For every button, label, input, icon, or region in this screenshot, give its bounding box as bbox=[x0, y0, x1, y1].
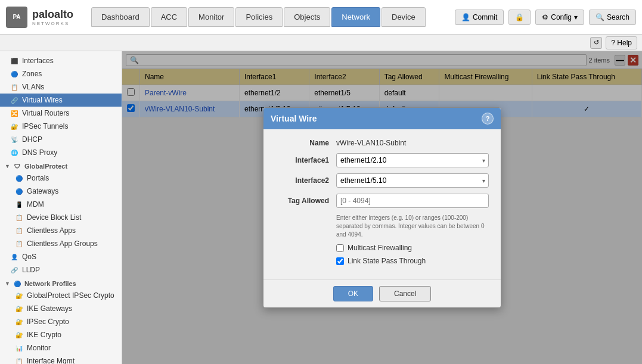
sidebar-item-ike-gateways[interactable]: 🔐 IKE Gateways bbox=[0, 302, 122, 315]
mdm-icon: 📱 bbox=[14, 200, 24, 209]
right-toolbar: 👤 Commit 🔒 ⚙ Config ▾ 🔍 Search bbox=[455, 10, 636, 25]
sidebar-item-virtual-routers[interactable]: 🔀 Virtual Routers bbox=[0, 107, 122, 120]
virtual-wire-modal: Virtual Wire ? Name vWire-VLAN10-Subint … bbox=[263, 107, 501, 308]
refresh-icon[interactable]: ↺ bbox=[590, 37, 602, 49]
second-toolbar: ↺ ? Help bbox=[0, 35, 642, 51]
modal-footer: OK Cancel bbox=[263, 279, 501, 307]
sidebar-item-qos[interactable]: 👤 QoS bbox=[0, 250, 122, 263]
help-button[interactable]: ? Help bbox=[606, 36, 637, 49]
sidebar-item-label: DHCP bbox=[22, 135, 42, 144]
tab-network[interactable]: Network bbox=[331, 7, 380, 27]
sidebar-item-dns-proxy[interactable]: 🌐 DNS Proxy bbox=[0, 146, 122, 159]
config-button[interactable]: ⚙ Config ▾ bbox=[535, 10, 584, 25]
lock-button[interactable]: 🔒 bbox=[508, 10, 531, 25]
sidebar-item-zones[interactable]: 🔵 Zones bbox=[0, 67, 122, 80]
sidebar-item-label: IKE Gateways bbox=[27, 304, 72, 313]
ike-crypto-icon: 🔐 bbox=[14, 331, 24, 339]
commit-icon: 👤 bbox=[461, 13, 470, 21]
sidebar-item-lldp[interactable]: 🔗 LLDP bbox=[0, 263, 122, 276]
sidebar-item-label: GlobalProtect bbox=[24, 163, 67, 170]
cancel-button[interactable]: Cancel bbox=[379, 286, 431, 301]
interface1-row: Interface1 ethernet1/2.10 ▾ bbox=[275, 153, 489, 167]
ipsec-icon: 🔐 bbox=[10, 122, 19, 130]
tab-monitor[interactable]: Monitor bbox=[188, 7, 234, 27]
vlans-icon: 📋 bbox=[10, 83, 19, 91]
interface1-select[interactable]: ethernet1/2.10 bbox=[336, 153, 489, 167]
content-area: 🔍 2 items — ✕ Name Interface1 Interface2… bbox=[122, 51, 642, 364]
sidebar-item-clientless-app-groups[interactable]: 📋 Clientless App Groups bbox=[0, 237, 122, 250]
sidebar-item-vlans[interactable]: 📋 VLANs bbox=[0, 80, 122, 94]
multicast-checkbox[interactable] bbox=[336, 244, 344, 252]
name-value: vWire-VLAN10-Subint bbox=[336, 139, 489, 147]
modal-help-button[interactable]: ? bbox=[482, 113, 494, 125]
sidebar-item-label: Device Block List bbox=[27, 213, 81, 222]
search-button[interactable]: 🔍 Search bbox=[589, 10, 636, 25]
ike-gw-icon: 🔐 bbox=[14, 304, 24, 313]
interface1-label: Interface1 bbox=[275, 156, 329, 164]
expand-arrow-icon: ▼ bbox=[5, 163, 10, 169]
sidebar-item-portals[interactable]: 🔵 Portals bbox=[0, 172, 122, 185]
sidebar-item-label: IKE Crypto bbox=[27, 331, 61, 339]
help-label: Help bbox=[617, 39, 632, 47]
tab-acc[interactable]: ACC bbox=[151, 7, 187, 27]
app-subtitle: NETWORKS bbox=[32, 21, 73, 26]
tab-objects[interactable]: Objects bbox=[284, 7, 330, 27]
sidebar-item-monitor-np[interactable]: 📊 Monitor bbox=[0, 341, 122, 354]
sidebar-item-ike-crypto[interactable]: 🔐 IKE Crypto bbox=[0, 328, 122, 341]
sidebar: ⬛ Interfaces 🔵 Zones 📋 VLANs 🔗 Virtual W… bbox=[0, 51, 122, 364]
sidebar-item-virtual-wires[interactable]: 🔗 Virtual Wires bbox=[0, 94, 122, 107]
lldp-icon: 🔗 bbox=[10, 266, 19, 274]
sidebar-item-label: Portals bbox=[27, 174, 49, 182]
sidebar-item-label: Clientless App Groups bbox=[27, 239, 98, 248]
ok-button[interactable]: OK bbox=[333, 286, 373, 301]
interface-mgmt-icon: 📋 bbox=[14, 357, 24, 364]
sidebar-item-label: Interface Mgmt bbox=[27, 357, 75, 364]
sidebar-item-gp-ipsec-crypto[interactable]: 🔐 GlobalProtect IPSec Crypto bbox=[0, 289, 122, 302]
sidebar-item-label: MDM bbox=[27, 200, 44, 209]
sidebar-item-interface-mgmt[interactable]: 📋 Interface Mgmt bbox=[0, 354, 122, 364]
sidebar-item-label: IPSec Crypto bbox=[27, 318, 69, 326]
sidebar-section-globalprotect[interactable]: ▼ 🛡 GlobalProtect bbox=[0, 159, 122, 172]
sidebar-item-label: Clientless Apps bbox=[27, 226, 76, 235]
tab-device[interactable]: Device bbox=[382, 7, 426, 27]
clientless-apps-icon: 📋 bbox=[14, 226, 24, 235]
logo-icon: PA bbox=[6, 7, 27, 28]
nav-tabs: Dashboard ACC Monitor Policies Objects N… bbox=[91, 7, 455, 27]
sidebar-item-label: QoS bbox=[22, 253, 36, 261]
interface2-select-wrapper: ethernet1/5.10 ▾ bbox=[336, 173, 489, 188]
sidebar-item-interfaces[interactable]: ⬛ Interfaces bbox=[0, 54, 122, 67]
commit-label: Commit bbox=[473, 13, 497, 21]
tab-policies[interactable]: Policies bbox=[235, 7, 283, 27]
sidebar-item-gateways[interactable]: 🔵 Gateways bbox=[0, 185, 122, 198]
multicast-label: Multicast Firewalling bbox=[348, 244, 412, 252]
tab-dashboard[interactable]: Dashboard bbox=[91, 7, 150, 27]
sidebar-section-network-profiles[interactable]: ▼ 🔵 Network Profiles bbox=[0, 276, 122, 289]
ipsec-crypto-icon: 🔐 bbox=[14, 318, 24, 326]
link-state-checkbox[interactable] bbox=[336, 257, 344, 265]
commit-button[interactable]: 👤 Commit bbox=[455, 10, 504, 25]
config-arrow: ▾ bbox=[574, 13, 578, 21]
expand-np-arrow-icon: ▼ bbox=[5, 281, 10, 287]
modal-overlay: Virtual Wire ? Name vWire-VLAN10-Subint … bbox=[122, 51, 642, 364]
tag-allowed-input[interactable] bbox=[336, 194, 489, 208]
sidebar-item-dhcp[interactable]: 📡 DHCP bbox=[0, 133, 122, 146]
name-label: Name bbox=[275, 139, 329, 147]
sidebar-item-ipsec-tunnels[interactable]: 🔐 IPSec Tunnels bbox=[0, 120, 122, 133]
interface2-select[interactable]: ethernet1/5.10 bbox=[336, 173, 489, 188]
sidebar-item-ipsec-crypto[interactable]: 🔐 IPSec Crypto bbox=[0, 315, 122, 328]
interface1-select-wrapper: ethernet1/2.10 ▾ bbox=[336, 153, 489, 167]
sidebar-item-device-block-list[interactable]: 📋 Device Block List bbox=[0, 211, 122, 224]
portals-icon: 🔵 bbox=[14, 174, 24, 182]
network-profiles-icon: 🔵 bbox=[13, 279, 22, 288]
sidebar-item-label: Network Profiles bbox=[24, 280, 76, 287]
interface2-row: Interface2 ethernet1/5.10 ▾ bbox=[275, 173, 489, 188]
help-icon: ? bbox=[611, 39, 615, 47]
sidebar-item-mdm[interactable]: 📱 MDM bbox=[0, 198, 122, 211]
sidebar-item-label: Monitor bbox=[27, 344, 51, 352]
sidebar-item-label: Zones bbox=[22, 70, 42, 78]
tag-allowed-row: Tag Allowed bbox=[275, 194, 489, 208]
sidebar-item-clientless-apps[interactable]: 📋 Clientless Apps bbox=[0, 224, 122, 237]
config-label: Config bbox=[551, 13, 572, 21]
multicast-row: Multicast Firewalling bbox=[336, 244, 489, 252]
monitor-icon: 📊 bbox=[14, 344, 24, 352]
